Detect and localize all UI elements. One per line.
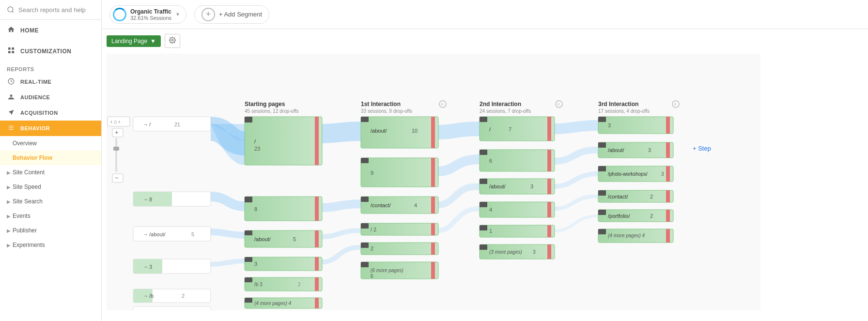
svg-text:23: 23 <box>254 146 260 152</box>
flow-controls: Landing Page ▼ <box>107 34 863 48</box>
svg-text:(6 more pages): (6 more pages) <box>371 268 403 273</box>
svg-text:3: 3 <box>149 264 152 270</box>
flow-background-svg: ‹ ⌂ › + − → / 21 → 8 → <box>107 54 760 310</box>
sidebar-item-home[interactable]: HOME <box>0 20 101 41</box>
svg-text:4: 4 <box>489 207 492 213</box>
svg-rect-111 <box>547 150 551 171</box>
svg-rect-138 <box>598 117 606 122</box>
sidebar-sub-publisher[interactable]: ▶ Publisher <box>0 223 101 238</box>
svg-rect-121 <box>480 202 487 207</box>
sidebar-sub-site-speed[interactable]: ▶ Site Speed <box>0 180 101 194</box>
svg-rect-85 <box>361 197 369 202</box>
svg-text:/b: /b <box>149 293 154 299</box>
svg-rect-146 <box>666 166 670 182</box>
svg-rect-97 <box>431 262 435 279</box>
svg-rect-49 <box>315 197 319 221</box>
sidebar-item-audience[interactable]: AUDIENCE <box>0 90 101 105</box>
chevron-right-icon-2: ▶ <box>7 184 11 190</box>
sidebar-sub-site-search[interactable]: ▶ Site Search <box>0 194 101 209</box>
flow-diagram: ‹ ⌂ › + − → / 21 → 8 → <box>107 54 760 310</box>
sidebar-sub-overview[interactable]: Overview <box>0 136 101 151</box>
svg-rect-63 <box>245 277 252 282</box>
sidebar-item-acquisition[interactable]: ACQUISITION <box>0 105 101 121</box>
svg-text:/photo-workshops/: /photo-workshops/ <box>608 171 648 177</box>
svg-rect-14 <box>113 147 119 151</box>
svg-text:9: 9 <box>371 170 373 176</box>
organic-traffic-segment[interactable]: Organic Traffic 32.61% Sessions ▼ <box>109 5 186 24</box>
svg-point-7 <box>171 39 173 41</box>
landing-page-dropdown[interactable]: Landing Page ▼ <box>107 35 161 47</box>
svg-rect-80 <box>431 158 435 187</box>
chevron-right-icon: ▶ <box>7 170 11 175</box>
chevron-right-icon-6: ▶ <box>7 243 11 248</box>
segment-circle <box>113 8 126 21</box>
sidebar-sub-site-content[interactable]: ▶ Site Content <box>0 165 101 180</box>
svg-rect-162 <box>598 229 606 234</box>
svg-rect-59 <box>245 257 252 262</box>
sidebar-sub-behavior-flow[interactable]: Behavior Flow <box>0 151 101 165</box>
landing-dropdown-chevron: ▼ <box>150 38 156 45</box>
svg-rect-50 <box>245 197 252 202</box>
sidebar-sub-experiments[interactable]: ▶ Experiments <box>0 238 101 252</box>
behavior-icon <box>7 124 16 132</box>
sidebar-audience-label: AUDIENCE <box>20 94 50 100</box>
add-segment-circle-icon: + <box>202 8 215 21</box>
svg-text:8: 8 <box>149 197 152 202</box>
flow-area[interactable]: Landing Page ▼ ‹ ⌂ › + <box>102 29 868 321</box>
svg-rect-147 <box>598 166 606 171</box>
svg-rect-5 <box>12 51 14 53</box>
svg-text:×: × <box>557 102 560 107</box>
chevron-right-icon-3: ▶ <box>7 199 11 204</box>
svg-rect-106 <box>547 117 551 141</box>
sidebar-overview-label: Overview <box>13 140 37 147</box>
search-bar[interactable]: Search reports and help <box>0 0 101 20</box>
svg-text:−: − <box>115 174 119 182</box>
grid-icon <box>7 46 16 56</box>
svg-rect-58 <box>315 257 319 271</box>
svg-text:3rd Interaction: 3rd Interaction <box>598 101 638 107</box>
svg-rect-161 <box>666 229 670 243</box>
svg-rect-2 <box>8 47 11 50</box>
svg-rect-141 <box>666 142 670 158</box>
svg-text:7: 7 <box>509 126 512 132</box>
svg-rect-38 <box>133 306 211 310</box>
home-icon <box>7 26 16 35</box>
sidebar-behavior-flow-label: Behavior Flow <box>13 154 52 161</box>
svg-text:10: 10 <box>412 128 418 134</box>
svg-text:×: × <box>674 102 677 107</box>
svg-rect-151 <box>666 190 670 202</box>
svg-rect-93 <box>431 243 435 255</box>
svg-text:5: 5 <box>191 231 194 237</box>
svg-rect-67 <box>315 298 319 308</box>
svg-rect-112 <box>480 150 487 155</box>
svg-text:→: → <box>143 264 148 270</box>
svg-text:24 sessions, 7 drop-offs: 24 sessions, 7 drop-offs <box>480 108 531 114</box>
svg-text:+ Step: + Step <box>693 145 711 152</box>
svg-rect-43 <box>245 117 322 165</box>
svg-text:/b  3: /b 3 <box>254 282 263 287</box>
svg-text:2: 2 <box>650 194 653 199</box>
add-segment-button[interactable]: + + Add Segment <box>194 5 269 24</box>
svg-rect-120 <box>547 202 551 217</box>
segment-info: Organic Traffic 32.61% Sessions <box>130 8 171 21</box>
svg-text:33 sessions, 9 drop-offs: 33 sessions, 9 drop-offs <box>361 108 412 114</box>
svg-text:3: 3 <box>608 122 611 128</box>
svg-rect-81 <box>361 158 369 163</box>
svg-text:Starting pages: Starting pages <box>245 101 285 107</box>
svg-text:→: → <box>143 293 148 299</box>
sidebar-item-realtime[interactable]: REAL-TIME <box>0 74 101 90</box>
sidebar: Search reports and help HOME CUSTOMIZATI… <box>0 0 102 321</box>
sidebar-sub-events[interactable]: ▶ Events <box>0 209 101 223</box>
svg-text:2nd Interaction: 2nd Interaction <box>480 101 521 107</box>
segment-pct: 32.61% Sessions <box>130 15 171 21</box>
svg-rect-115 <box>547 179 551 194</box>
svg-rect-156 <box>666 210 670 222</box>
sidebar-item-behavior[interactable]: BEHAVIOR <box>0 121 101 136</box>
svg-text:/about/: /about/ <box>149 231 166 237</box>
svg-text:/about/: /about/ <box>608 147 625 153</box>
sidebar-item-customization[interactable]: CUSTOMIZATION <box>0 41 101 61</box>
sidebar-acquisition-label: ACQUISITION <box>20 110 58 116</box>
gear-button[interactable] <box>165 34 180 48</box>
svg-rect-75 <box>431 117 435 148</box>
segment-chevron-icon: ▼ <box>175 12 180 17</box>
